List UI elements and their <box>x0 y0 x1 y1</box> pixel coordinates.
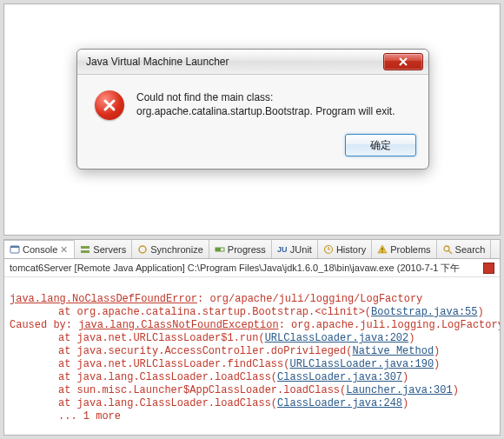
junit-icon: JU <box>277 244 288 255</box>
stack-line: ) <box>408 332 414 344</box>
tab-close-icon[interactable]: ✕ <box>60 244 69 256</box>
svg-point-9 <box>444 246 449 251</box>
tab-servers[interactable]: Servers <box>75 240 132 259</box>
tab-progress[interactable]: Progress <box>209 240 272 259</box>
close-icon <box>398 57 408 66</box>
close-button[interactable] <box>383 53 423 70</box>
stack-line: ) <box>434 345 440 357</box>
tab-label: JUnit <box>290 244 312 255</box>
stack-line: ) <box>402 397 408 409</box>
console-panel: tomcat6Server [Remote Java Application] … <box>3 258 501 436</box>
dialog-message-line2: org.apache.catalina.startup.Bootstrap. P… <box>136 104 413 118</box>
tab-label: History <box>336 244 366 255</box>
tab-problems[interactable]: Problems <box>372 240 436 259</box>
dialog-message: Could not find the main class: org.apach… <box>136 90 413 118</box>
dialog-titlebar[interactable]: Java Virtual Machine Launcher <box>77 50 428 75</box>
tab-label: Progress <box>228 244 266 255</box>
stack-link[interactable]: Native Method <box>352 345 434 357</box>
tab-history[interactable]: History <box>318 240 372 259</box>
history-icon <box>323 244 334 255</box>
ok-button-label: 确定 <box>370 138 391 153</box>
terminate-button[interactable] <box>483 263 494 274</box>
svg-rect-5 <box>216 248 221 251</box>
tab-synchronize[interactable]: Synchronize <box>132 240 209 259</box>
stack-line: : org/apache/juli/logging/LogFactory <box>197 293 422 305</box>
stack-line: at java.security.AccessController.doPriv… <box>58 345 352 357</box>
servers-icon <box>80 244 90 255</box>
svg-rect-8 <box>382 251 383 252</box>
stack-line: at java.lang.ClassLoader.loadClass( <box>58 397 277 409</box>
error-dialog: Java Virtual Machine Launcher Could not … <box>76 49 429 170</box>
progress-icon <box>215 244 225 255</box>
problems-icon <box>377 244 388 255</box>
console-icon <box>10 244 20 255</box>
svg-rect-1 <box>10 246 19 248</box>
stack-link[interactable]: URLClassLoader.java:190 <box>289 358 434 370</box>
dialog-title: Java Virtual Machine Launcher <box>86 56 229 68</box>
tab-label: Search <box>455 244 486 255</box>
tab-search[interactable]: Search <box>437 240 492 259</box>
stack-line: ) <box>453 384 459 396</box>
stack-line: java.lang.NoClassDefFoundError <box>10 293 197 305</box>
sync-icon <box>137 244 148 255</box>
ok-button[interactable]: 确定 <box>345 134 416 156</box>
stack-link[interactable]: ClassLoader.java:307 <box>277 371 402 383</box>
tab-label: Problems <box>390 244 430 255</box>
svg-rect-2 <box>81 246 90 249</box>
tab-console[interactable]: Console ✕ <box>4 240 75 259</box>
stack-link[interactable]: ClassLoader.java:248 <box>277 397 402 409</box>
tab-junit[interactable]: JU JUnit <box>272 240 318 259</box>
dialog-body: Could not find the main class: org.apach… <box>77 75 428 127</box>
error-icon <box>95 90 124 120</box>
console-output[interactable]: java.lang.NoClassDefFoundError: org/apac… <box>4 276 500 435</box>
svg-line-10 <box>448 251 452 255</box>
stack-line: ) <box>434 358 440 370</box>
svg-rect-3 <box>81 250 90 253</box>
stack-line: at java.net.URLClassLoader.findClass( <box>58 358 289 370</box>
stack-line: at sun.misc.Launcher$AppClassLoader.load… <box>58 384 346 396</box>
stack-line: at org.apache.catalina.startup.Bootstrap… <box>58 306 371 318</box>
stack-line: ) <box>402 371 408 383</box>
console-header: tomcat6Server [Remote Java Application] … <box>4 259 500 277</box>
stack-line: java.lang.ClassNotFoundException <box>78 319 278 331</box>
tab-label: Synchronize <box>150 244 203 255</box>
svg-rect-7 <box>382 248 383 250</box>
stack-line: : org.apache.juli.logging.LogFactory <box>279 319 500 331</box>
dialog-message-line1: Could not find the main class: <box>136 90 413 104</box>
workspace: Java Virtual Machine Launcher Could not … <box>0 0 504 439</box>
stack-line: ) <box>477 306 483 318</box>
dialog-actions: 确定 <box>77 127 428 169</box>
view-tabbar: Console ✕ Servers Synchronize Progress J… <box>3 239 501 259</box>
stack-link[interactable]: Launcher.java:301 <box>346 384 452 396</box>
search-icon <box>442 244 453 255</box>
stack-line: ... 1 more <box>58 410 121 422</box>
stack-line: at java.lang.ClassLoader.loadClass( <box>58 371 277 383</box>
stack-link[interactable]: Bootstrap.java:55 <box>371 306 477 318</box>
stack-line: at java.net.URLClassLoader$1.run( <box>58 332 265 344</box>
tab-label: Console <box>23 244 57 255</box>
stack-link[interactable]: URLClassLoader.java:202 <box>265 332 409 344</box>
tab-label: Servers <box>93 244 126 255</box>
stack-line: Caused by: <box>10 319 78 331</box>
console-process-label: tomcat6Server [Remote Java Application] … <box>10 262 460 275</box>
